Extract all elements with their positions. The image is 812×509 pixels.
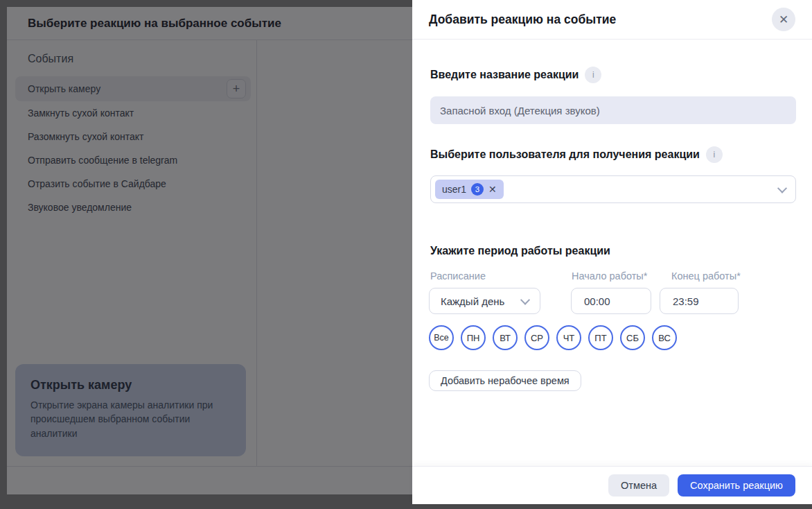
day-circle-thu[interactable]: ЧТ [556,325,581,350]
day-circle-sun[interactable]: ВС [652,325,677,350]
chevron-down-icon [520,295,530,305]
save-reaction-button[interactable]: Сохранить реакцию [678,474,795,497]
panel-header: Добавить реакцию на событие ✕ [412,0,812,40]
period-heading-text: Укажите период работы реакции [430,245,610,257]
start-time-input[interactable] [571,288,651,314]
panel-body: Введите название реакции i Выберите поль… [412,40,812,466]
user-tag-count-badge: 3 [471,183,484,196]
add-reaction-panel: Добавить реакцию на событие ✕ Введите на… [412,0,812,504]
day-circle-mon[interactable]: ПН [461,325,486,350]
remove-tag-icon[interactable]: ✕ [488,184,497,195]
user-select[interactable]: user1 3 ✕ [430,175,796,203]
start-time-label-text: Начало работы [572,270,644,282]
day-circle-wed[interactable]: СР [524,325,549,350]
schedule-select[interactable]: Каждый день [429,288,540,314]
user-tag: user1 3 ✕ [435,180,504,199]
day-circle-all[interactable]: Все [429,325,454,350]
close-icon: ✕ [779,14,788,26]
weekday-selector: Все ПН ВТ СР ЧТ ПТ СБ ВС [429,325,677,350]
schedule-label: Расписание [430,270,486,282]
day-circle-sat[interactable]: СБ [620,325,645,350]
user-select-label-text: Выберите пользователя для получения реак… [430,148,700,161]
end-time-label: Конец работы* [671,270,741,282]
reaction-name-label-text: Введите название реакции [430,69,579,81]
cancel-button[interactable]: Отмена [608,474,669,497]
reaction-name-label: Введите название реакции i [430,67,601,83]
schedule-select-value: Каждый день [441,295,504,307]
add-downtime-button[interactable]: Добавить нерабочее время [429,370,581,391]
info-icon[interactable]: i [585,67,601,83]
panel-title: Добавить реакцию на событие [429,12,616,27]
user-tag-name: user1 [442,184,466,195]
required-mark: * [736,270,741,282]
panel-footer: Отмена Сохранить реакцию [412,466,812,504]
close-button[interactable]: ✕ [772,8,795,31]
reaction-name-input[interactable] [430,96,796,124]
info-icon[interactable]: i [706,146,723,163]
required-mark: * [644,270,648,282]
period-heading: Укажите период работы реакции [430,245,610,257]
screen: Выберите реакцию на выбранное событие Со… [0,0,812,509]
day-circle-tue[interactable]: ВТ [493,325,518,350]
end-time-input[interactable] [660,288,739,314]
chevron-down-icon [777,184,787,193]
day-circle-fri[interactable]: ПТ [588,325,613,350]
end-time-label-text: Конец работы [671,270,736,282]
user-select-label: Выберите пользователя для получения реак… [430,146,723,163]
start-time-label: Начало работы* [572,270,647,282]
